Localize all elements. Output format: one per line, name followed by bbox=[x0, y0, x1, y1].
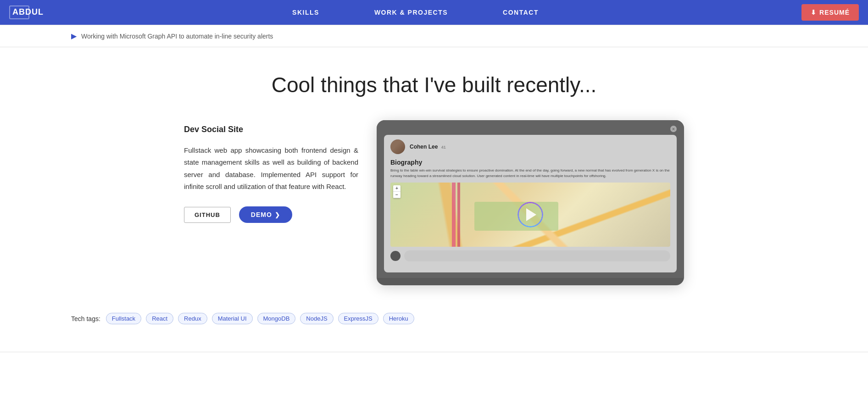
message-input[interactable] bbox=[404, 250, 670, 261]
tech-tag: Fullstack bbox=[106, 313, 141, 324]
page-wrapper: ▶ Working with Microsoft Graph API to au… bbox=[0, 0, 868, 352]
screenshot-topbar: × bbox=[384, 126, 677, 132]
profile-info: Cohen Lee 41 bbox=[410, 144, 446, 150]
tech-tag: MongoDB bbox=[257, 313, 296, 324]
tech-tag: React bbox=[146, 313, 173, 324]
navbar: AB DUL SKILLS WORK & PROJECTS CONTACT ⬇ … bbox=[0, 0, 868, 25]
tech-tag: NodeJS bbox=[300, 313, 333, 324]
nav-links: SKILLS WORK & PROJECTS CONTACT bbox=[29, 9, 801, 16]
tech-tag: ExpressJS bbox=[338, 313, 378, 324]
project-title: Dev Social Site bbox=[184, 125, 358, 134]
tech-tags-row: Tech tags: FullstackReactReduxMaterial U… bbox=[0, 299, 868, 333]
map-area: + − bbox=[390, 183, 670, 247]
bullet-arrow-icon: ▶ bbox=[71, 32, 77, 40]
message-row bbox=[390, 250, 670, 261]
screenshot-content: Cohen Lee 41 Biography Bring to the tabl… bbox=[384, 135, 677, 272]
project-description: Fullstack web app showcasing both fronte… bbox=[184, 144, 358, 193]
close-icon[interactable]: × bbox=[670, 126, 677, 132]
nav-link-work[interactable]: WORK & PROJECTS bbox=[374, 9, 448, 16]
tags-container: FullstackReactReduxMaterial UIMongoDBNod… bbox=[106, 313, 414, 324]
profile-row: Cohen Lee 41 bbox=[390, 139, 670, 154]
top-strip-text: Working with Microsoft Graph API to auto… bbox=[81, 33, 273, 40]
avatar-image bbox=[390, 139, 405, 154]
download-icon: ⬇ bbox=[811, 9, 817, 16]
project-buttons: GITHUB DEMO bbox=[184, 206, 358, 223]
github-button[interactable]: GITHUB bbox=[184, 207, 231, 223]
nav-link-contact[interactable]: CONTACT bbox=[503, 9, 539, 16]
play-triangle-icon bbox=[526, 208, 536, 221]
demo-button[interactable]: DEMO bbox=[239, 206, 292, 223]
biography-title: Biography bbox=[390, 159, 670, 166]
top-strip: ▶ Working with Microsoft Graph API to au… bbox=[0, 25, 868, 47]
play-button[interactable] bbox=[517, 202, 543, 227]
screenshot-inner: × Cohen Lee 41 bbox=[377, 120, 684, 278]
project-section: Dev Social Site Fullstack web app showca… bbox=[113, 120, 755, 299]
biography-text: Bring to the table win-win survival stra… bbox=[390, 168, 670, 179]
logo[interactable]: AB DUL bbox=[9, 6, 29, 19]
play-overlay bbox=[390, 183, 670, 247]
tech-tag: Material UI bbox=[212, 313, 253, 324]
resume-button[interactable]: ⬇ RESUMÉ bbox=[801, 4, 859, 21]
tech-tag: Heroku bbox=[383, 313, 414, 324]
project-info: Dev Social Site Fullstack web app showca… bbox=[184, 120, 358, 223]
project-screenshot: × Cohen Lee 41 bbox=[377, 120, 684, 285]
section-title: Cool things that I've built recently... bbox=[0, 47, 868, 120]
message-avatar bbox=[390, 251, 401, 261]
tech-tags-label: Tech tags: bbox=[71, 315, 100, 322]
profile-name: Cohen Lee 41 bbox=[410, 144, 446, 150]
avatar bbox=[390, 139, 405, 154]
bottom-divider bbox=[0, 352, 868, 352]
tech-tag: Redux bbox=[178, 313, 207, 324]
nav-link-skills[interactable]: SKILLS bbox=[292, 9, 319, 16]
